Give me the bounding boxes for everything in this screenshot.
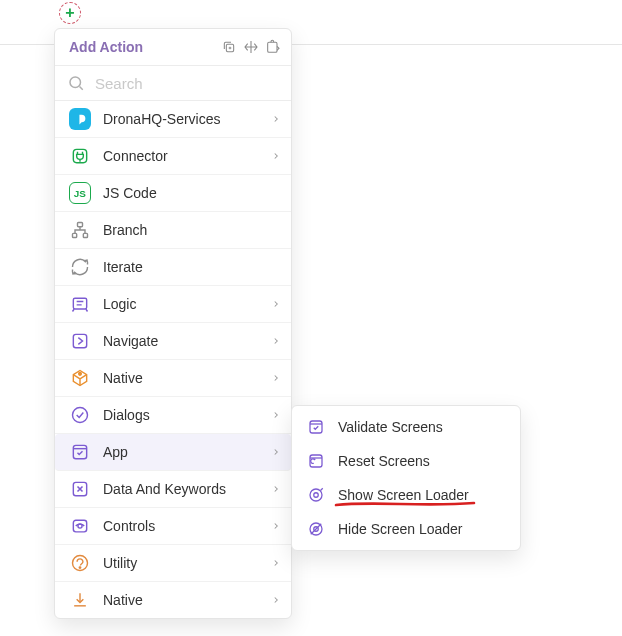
menu-item-label: Native xyxy=(103,592,259,608)
chevron-right-icon xyxy=(271,373,281,383)
header-toolbar xyxy=(221,39,281,55)
menu-item-label: Native xyxy=(103,370,259,386)
svg-rect-8 xyxy=(73,334,86,347)
submenu-item-label: Reset Screens xyxy=(338,453,508,469)
svg-rect-18 xyxy=(310,455,322,467)
search-input[interactable] xyxy=(95,75,279,92)
download-icon xyxy=(69,589,91,611)
svg-point-9 xyxy=(79,373,82,376)
svg-rect-7 xyxy=(73,298,86,309)
native-icon xyxy=(69,367,91,389)
menu-item-logic[interactable]: Logic xyxy=(55,286,291,323)
chevron-right-icon xyxy=(271,114,281,124)
submenu-item-reset-screens[interactable]: Reset Screens xyxy=(292,444,520,478)
menu-item-dronahq-services[interactable]: DronaHQ-Services xyxy=(55,101,291,138)
menu-item-label: Navigate xyxy=(103,333,259,349)
menu-item-utility[interactable]: Utility xyxy=(55,545,291,582)
svg-rect-6 xyxy=(83,233,87,237)
svg-rect-11 xyxy=(73,445,86,458)
js-icon: JS xyxy=(69,182,91,204)
show-loader-icon xyxy=(306,485,326,505)
menu-item-label: Data And Keywords xyxy=(103,481,259,497)
submenu-item-label: Hide Screen Loader xyxy=(338,521,508,537)
submenu-item-hide-screen-loader[interactable]: Hide Screen Loader xyxy=(292,512,520,546)
menu-item-label: Logic xyxy=(103,296,259,312)
iterate-icon xyxy=(69,256,91,278)
chevron-right-icon xyxy=(271,558,281,568)
chevron-right-icon xyxy=(271,484,281,494)
menu-item-navigate[interactable]: Navigate xyxy=(55,323,291,360)
app-submenu: Validate Screens Reset Screens Show Scre… xyxy=(291,405,521,551)
logic-icon xyxy=(69,293,91,315)
chevron-right-icon xyxy=(271,521,281,531)
variable-icon xyxy=(69,478,91,500)
chevron-right-icon xyxy=(271,595,281,605)
search-row xyxy=(55,66,291,101)
copy-icon[interactable] xyxy=(221,39,237,55)
submenu-item-validate-screens[interactable]: Validate Screens xyxy=(292,410,520,444)
svg-rect-1 xyxy=(268,42,277,52)
chevron-right-icon xyxy=(271,336,281,346)
utility-icon xyxy=(69,552,91,574)
svg-point-10 xyxy=(73,408,88,423)
move-icon[interactable] xyxy=(243,39,259,55)
dronahq-icon xyxy=(69,108,91,130)
menu-item-dialogs[interactable]: Dialogs xyxy=(55,397,291,434)
navigate-icon xyxy=(69,330,91,352)
chevron-right-icon xyxy=(271,447,281,457)
menu-item-label: DronaHQ-Services xyxy=(103,111,259,127)
plug-icon xyxy=(69,145,91,167)
paste-icon[interactable] xyxy=(265,39,281,55)
menu-item-controls[interactable]: Controls xyxy=(55,508,291,545)
add-action-panel: Add Action xyxy=(54,28,292,619)
chevron-right-icon xyxy=(271,410,281,420)
svg-point-2 xyxy=(70,77,81,88)
search-icon xyxy=(67,74,85,92)
validate-icon xyxy=(306,417,326,437)
menu-item-label: Iterate xyxy=(103,259,281,275)
hide-loader-icon xyxy=(306,519,326,539)
menu-item-native[interactable]: Native xyxy=(55,360,291,397)
svg-rect-13 xyxy=(73,520,86,532)
menu-item-label: Controls xyxy=(103,518,259,534)
panel-header: Add Action xyxy=(55,29,291,66)
app-icon xyxy=(69,441,91,463)
add-action-handle[interactable]: + xyxy=(59,2,81,24)
branch-icon xyxy=(69,219,91,241)
menu-item-app[interactable]: App xyxy=(55,434,291,471)
svg-rect-17 xyxy=(310,421,322,433)
reset-icon xyxy=(306,451,326,471)
chevron-right-icon xyxy=(271,299,281,309)
menu-item-label: Connector xyxy=(103,148,259,164)
submenu-item-label: Validate Screens xyxy=(338,419,508,435)
menu-item-native-download[interactable]: Native xyxy=(55,582,291,618)
chevron-right-icon xyxy=(271,151,281,161)
svg-rect-5 xyxy=(73,233,77,237)
menu-item-label: Dialogs xyxy=(103,407,259,423)
menu-item-label: JS Code xyxy=(103,185,281,201)
panel-title: Add Action xyxy=(69,39,143,55)
plus-icon: + xyxy=(65,5,74,21)
action-category-list: DronaHQ-Services Connector JS xyxy=(55,101,291,618)
svg-point-16 xyxy=(79,567,81,569)
menu-item-data-and-keywords[interactable]: Data And Keywords xyxy=(55,471,291,508)
menu-item-label: App xyxy=(103,444,259,460)
menu-item-label: Utility xyxy=(103,555,259,571)
submenu-item-show-screen-loader[interactable]: Show Screen Loader xyxy=(292,478,520,512)
controls-eye-icon xyxy=(69,515,91,537)
svg-point-19 xyxy=(310,489,322,501)
svg-point-20 xyxy=(314,493,319,498)
menu-item-iterate[interactable]: Iterate xyxy=(55,249,291,286)
svg-rect-4 xyxy=(78,223,83,227)
menu-item-connector[interactable]: Connector xyxy=(55,138,291,175)
menu-item-label: Branch xyxy=(103,222,281,238)
menu-item-js-code[interactable]: JS JS Code xyxy=(55,175,291,212)
dialogs-icon xyxy=(69,404,91,426)
submenu-item-label: Show Screen Loader xyxy=(338,487,508,503)
menu-item-branch[interactable]: Branch xyxy=(55,212,291,249)
